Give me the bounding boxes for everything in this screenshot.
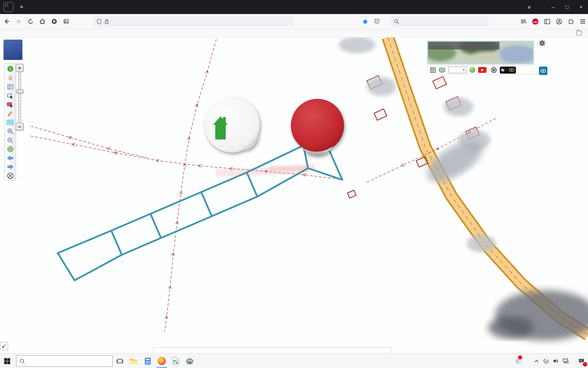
geoportal-logo-tile[interactable] (4, 40, 22, 60)
chevron-down-icon: ▼ (462, 68, 465, 71)
gimp-icon[interactable] (183, 354, 197, 368)
extensions-puzzle-icon[interactable] (566, 16, 576, 27)
cursor-arrow-icon (501, 68, 506, 72)
zoom-out-tool[interactable] (6, 136, 14, 144)
taskbar-search-box[interactable] (16, 355, 113, 367)
accessibility-wheel-icon[interactable] (491, 67, 497, 73)
file-explorer-icon[interactable] (127, 354, 141, 368)
back-button[interactable] (1, 16, 12, 27)
calculator-icon[interactable] (141, 354, 155, 368)
firefox-view-icon[interactable] (4, 2, 13, 12)
new-tab-button[interactable]: + (16, 3, 27, 11)
bookmark-star-icon[interactable] (360, 16, 370, 27)
map-toolbar: i (4, 63, 16, 181)
next-view-tool[interactable] (6, 163, 14, 171)
tracking-shield-icon[interactable] (97, 19, 102, 24)
zoom-slider-handle[interactable] (16, 89, 23, 93)
forward-button[interactable] (13, 16, 24, 27)
xyh-coordinates-tool[interactable] (6, 118, 14, 127)
firefox-icon[interactable] (155, 354, 169, 368)
overview-minimap[interactable] (427, 41, 534, 64)
full-extent-globe-tool[interactable] (6, 145, 14, 154)
browser-nav-bar: ABP (0, 14, 588, 29)
extension-icon-adblock[interactable] (49, 16, 59, 27)
youtube-link[interactable] (478, 67, 488, 73)
eye-icon (540, 69, 546, 73)
weather-icon[interactable] (513, 354, 525, 368)
measure-pencil-tool[interactable] (6, 109, 14, 118)
map-export-icon[interactable]: imp (439, 67, 446, 73)
select-rectangle-tool[interactable] (6, 91, 14, 100)
select-red-rectangle-tool[interactable] (6, 101, 14, 109)
browser-tab-bar: + ∨ – □ × (0, 0, 588, 14)
minimap-title (428, 42, 499, 49)
previous-view-tool[interactable] (6, 154, 14, 162)
zoom-slider-minus[interactable]: − (16, 123, 23, 130)
libreoffice-calc-icon[interactable] (169, 354, 183, 368)
menu-hamburger-icon[interactable] (578, 16, 588, 27)
youtube-play-icon (478, 67, 486, 73)
windows-taskbar (0, 353, 588, 368)
library-icon[interactable] (518, 16, 528, 27)
layer-visibility-tile[interactable] (539, 67, 547, 75)
list-tabs-chevron-icon[interactable]: ∨ (522, 0, 536, 14)
visibility-toggle[interactable] (500, 67, 516, 74)
sidebar-icon[interactable] (542, 16, 552, 27)
other-bookmarks[interactable] (576, 31, 584, 35)
pan-hand-tool[interactable] (6, 74, 14, 82)
reload-button[interactable] (25, 16, 36, 27)
network-icon[interactable] (561, 354, 570, 368)
pocket-icon[interactable] (372, 16, 382, 27)
search-input[interactable] (401, 19, 473, 25)
svg-text:imp: imp (440, 71, 444, 73)
help-button[interactable] (469, 67, 475, 73)
close-button[interactable]: × (574, 0, 588, 14)
minimize-button[interactable]: – (546, 0, 560, 14)
extension-icon-screenshot[interactable] (61, 16, 71, 27)
adblock-plus-icon[interactable]: ABP (530, 16, 540, 27)
map-status-bar (153, 347, 392, 353)
road (388, 37, 588, 335)
url-bar[interactable] (93, 16, 295, 27)
notification-badge (583, 362, 587, 367)
grid-icon[interactable] (430, 67, 436, 73)
folder-icon (576, 31, 582, 35)
layers-list-tool[interactable] (6, 83, 14, 91)
blur-patches (339, 37, 588, 341)
cadastral-map[interactable] (0, 37, 588, 353)
lock-icon[interactable] (105, 19, 109, 24)
energy-certificate-sticker (202, 95, 262, 156)
utility-lines (31, 39, 497, 332)
search-icon (20, 359, 25, 364)
window-controls: ∨ – □ × (522, 0, 588, 14)
zoom-slider: + − (16, 64, 23, 130)
tray-expand-icon[interactable] (532, 354, 541, 368)
minimap-terrain (498, 45, 534, 63)
zoom-slider-track[interactable] (18, 72, 21, 122)
eye-icon (509, 68, 514, 72)
update-tray-icon[interactable] (541, 354, 551, 368)
notification-center-icon[interactable] (575, 354, 588, 368)
task-view-button[interactable] (113, 354, 127, 368)
zoom-slider-plus[interactable]: + (16, 64, 23, 71)
settings-gear-icon[interactable] (538, 39, 546, 48)
search-icon (394, 19, 399, 24)
zoom-in-tool[interactable] (6, 127, 14, 136)
svg-text:ABP: ABP (533, 21, 538, 23)
home-button[interactable] (37, 16, 48, 27)
start-button[interactable] (0, 354, 14, 368)
maximize-button[interactable]: □ (560, 0, 574, 14)
account-icon[interactable] (554, 16, 564, 27)
language-select[interactable]: ▼ (448, 67, 467, 73)
taskbar-search-input[interactable] (28, 358, 99, 364)
minimap-terrain (470, 52, 502, 64)
exclusive-offer-sticker (288, 97, 347, 156)
info-tool[interactable]: i (6, 65, 14, 73)
weather-badge (518, 355, 522, 360)
browser-search-box[interactable] (391, 16, 489, 27)
panel-resize-handle[interactable] (0, 342, 8, 350)
volume-icon[interactable] (551, 354, 561, 368)
abort-tool[interactable] (6, 172, 14, 180)
screen: + ∨ – □ × (0, 0, 588, 368)
bookmarks-bar (0, 29, 588, 38)
